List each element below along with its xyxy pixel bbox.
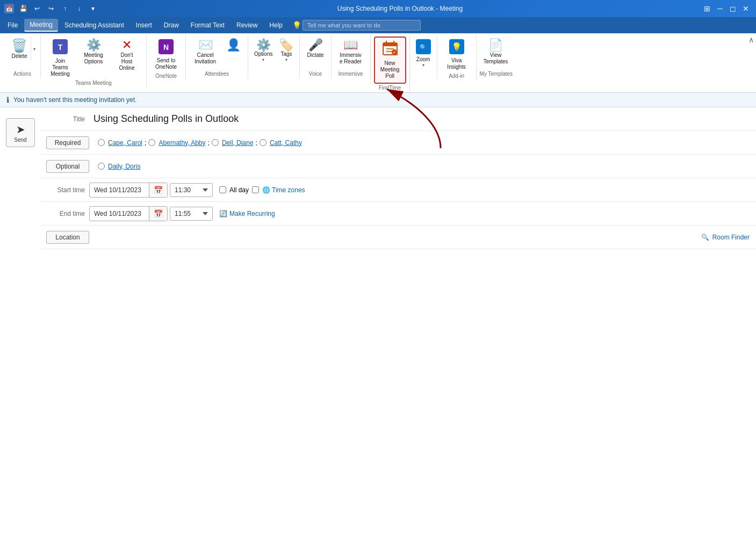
- required-btn-wrap: Required: [41, 136, 89, 149]
- join-teams-btn[interactable]: T Join Teams Meeting: [44, 37, 76, 79]
- new-meeting-poll-btn[interactable]: ✓ New Meeting Poll: [374, 37, 406, 84]
- start-time-row: Start time 📅 11:30 11:00 12:00 12:30 All…: [41, 178, 756, 202]
- ribbon-group-voice: 🎤 Dictate Voice: [300, 35, 331, 78]
- ribbon-collapse-btn[interactable]: ∧: [748, 35, 754, 44]
- zoom-btn[interactable]: 🔍 Zoom ▾: [413, 37, 434, 69]
- ribbon-group-addin-items: 💡 Viva Insights: [441, 35, 473, 72]
- delete-icon: 🗑️: [11, 39, 27, 52]
- dont-host-btn[interactable]: ✕ Don't Host Online: [111, 37, 143, 73]
- viva-insights-label: Viva Insights: [444, 57, 469, 70]
- location-input[interactable]: [93, 231, 695, 243]
- options-label: Options: [254, 51, 272, 57]
- recurring-icon: 🔄: [219, 210, 227, 217]
- save-quick-btn[interactable]: 💾: [17, 3, 29, 14]
- location-btn[interactable]: Location: [46, 231, 89, 244]
- ribbon-group-templates: 📄 View Templates My Templates: [477, 35, 516, 78]
- required-attendee-radio-3[interactable]: [260, 139, 267, 146]
- ribbon-group-addin: 💡 Viva Insights Add-in: [437, 35, 477, 81]
- title-bar: 📅 💾 ↩ ↪ ↑ ↓ ▾ Using Scheduling Polls in …: [0, 0, 756, 17]
- up-quick-btn[interactable]: ↑: [59, 3, 71, 14]
- new-meeting-poll-label: New Meeting Poll: [379, 60, 401, 79]
- restore-btn[interactable]: ◻: [727, 3, 739, 14]
- redo-quick-btn[interactable]: ↪: [45, 3, 57, 14]
- required-attendee-radio-0[interactable]: [98, 139, 105, 146]
- info-bar: ℹ You haven't sent this meeting invitati…: [0, 93, 756, 107]
- ribbon-group-attendees: ✉️ Cancel Invitation 👤 Attendees: [186, 35, 248, 78]
- ribbon-group-onenote-items: N Send to OneNote: [150, 35, 182, 72]
- minimize-btn[interactable]: ─: [714, 3, 726, 14]
- separator-2: ;: [256, 139, 257, 147]
- ribbon-outer: 🗑️ Delete ▾ Actions: [0, 33, 756, 93]
- optional-attendee-0[interactable]: Daily, Doris: [108, 163, 140, 170]
- title-row: Title: [41, 107, 756, 131]
- make-recurring-btn[interactable]: 🔄 Make Recurring: [219, 210, 275, 217]
- menu-scheduling-assistant[interactable]: Scheduling Assistant: [59, 19, 129, 31]
- viva-insights-btn[interactable]: 💡 Viva Insights: [441, 37, 473, 72]
- title-input[interactable]: [89, 111, 756, 127]
- window-title: Using Scheduling Polls in Outlook - Meet…: [99, 5, 701, 12]
- ribbon-group-onenote-label: OneNote: [150, 72, 182, 81]
- required-attendee-radio-1[interactable]: [148, 139, 155, 146]
- new-meeting-poll-icon: ✓: [382, 41, 398, 59]
- view-templates-btn[interactable]: 📄 View Templates: [480, 37, 512, 67]
- timezone-checkbox[interactable]: [252, 186, 259, 193]
- allday-checkbox[interactable]: [219, 186, 226, 193]
- ribbon-group-templates-label: My Templates: [480, 70, 513, 78]
- meeting-options-btn[interactable]: ⚙️ Meeting Options: [77, 37, 110, 67]
- menu-file[interactable]: File: [2, 19, 23, 31]
- attendees-btn[interactable]: 👤: [222, 37, 244, 54]
- close-btn[interactable]: ✕: [740, 3, 752, 14]
- undo-quick-btn[interactable]: ↩: [31, 3, 43, 14]
- cancel-invitation-label: Cancel Invitation: [193, 52, 218, 65]
- timezone-link[interactable]: 🌐 Time zones: [262, 186, 305, 194]
- tags-btn[interactable]: 🏷️ Tags ▾: [276, 37, 296, 64]
- menu-search-input[interactable]: [303, 20, 421, 31]
- required-attendee-radio-2[interactable]: [212, 139, 219, 146]
- start-date-calendar-icon[interactable]: 📅: [149, 183, 167, 197]
- options-btn[interactable]: ⚙️ Options ▾: [251, 37, 275, 64]
- required-attendee-1[interactable]: Abernathy, Abby: [159, 139, 205, 147]
- immersive-reader-btn[interactable]: 📖 Immersive Reader: [335, 37, 367, 67]
- menu-format-text[interactable]: Format Text: [185, 19, 230, 31]
- dictate-icon: 🎤: [308, 39, 323, 51]
- ribbon-group-addin-label: Add-in: [441, 72, 473, 81]
- dictate-btn[interactable]: 🎤 Dictate: [303, 37, 327, 60]
- send-label: Send: [14, 137, 26, 143]
- required-btn[interactable]: Required: [46, 136, 89, 149]
- menu-insert[interactable]: Insert: [131, 19, 157, 31]
- delete-btn[interactable]: 🗑️ Delete: [8, 37, 31, 61]
- menu-review[interactable]: Review: [231, 19, 263, 31]
- delete-arrow-btn[interactable]: ▾: [32, 46, 37, 53]
- customize-quick-btn[interactable]: ▾: [87, 3, 99, 14]
- ribbon-group-options-label: [251, 76, 296, 78]
- optional-btn[interactable]: Optional: [46, 160, 89, 173]
- end-date-calendar-icon[interactable]: 📅: [149, 207, 167, 221]
- title-bar-left: 📅 💾 ↩ ↪ ↑ ↓ ▾: [4, 3, 99, 14]
- send-btn[interactable]: ➤ Send: [6, 118, 35, 147]
- send-to-onenote-btn[interactable]: N Send to OneNote: [150, 37, 182, 72]
- optional-attendee-radio-0[interactable]: [98, 163, 105, 170]
- svg-text:T: T: [58, 43, 63, 52]
- resize-mode-btn[interactable]: ⊞: [701, 3, 713, 14]
- ribbon-group-findtime-label: FindTime: [374, 84, 406, 92]
- room-finder-btn[interactable]: 🔍 Room Finder: [695, 231, 756, 243]
- ribbon-group-attendees-label: Attendees: [189, 70, 244, 78]
- cancel-invitation-btn[interactable]: ✉️ Cancel Invitation: [189, 37, 221, 67]
- end-date-input[interactable]: [90, 207, 149, 220]
- start-time-select[interactable]: 11:30 11:00 12:00 12:30: [170, 183, 213, 197]
- menu-meeting[interactable]: Meeting: [24, 19, 58, 32]
- location-row: Location 🔍 Room Finder: [41, 225, 756, 249]
- required-attendee-0[interactable]: Cape, Carol: [108, 139, 142, 147]
- down-quick-btn[interactable]: ↓: [73, 3, 85, 14]
- send-area: ➤ Send: [0, 107, 41, 553]
- required-attendee-2[interactable]: Dell, Diane: [222, 139, 254, 147]
- end-time-select[interactable]: 11:55 11:30 12:00 12:30: [170, 207, 213, 221]
- start-date-input[interactable]: [90, 184, 149, 197]
- required-attendee-3[interactable]: Catt, Cathy: [270, 139, 302, 147]
- menu-help[interactable]: Help: [264, 19, 288, 31]
- menu-draw[interactable]: Draw: [159, 19, 184, 31]
- ribbon-group-immersive-label: Immersive: [335, 70, 367, 78]
- ribbon-group-attendees-items: ✉️ Cancel Invitation 👤: [189, 35, 244, 70]
- meeting-options-icon: ⚙️: [87, 39, 101, 51]
- menu-search-area: [303, 20, 754, 31]
